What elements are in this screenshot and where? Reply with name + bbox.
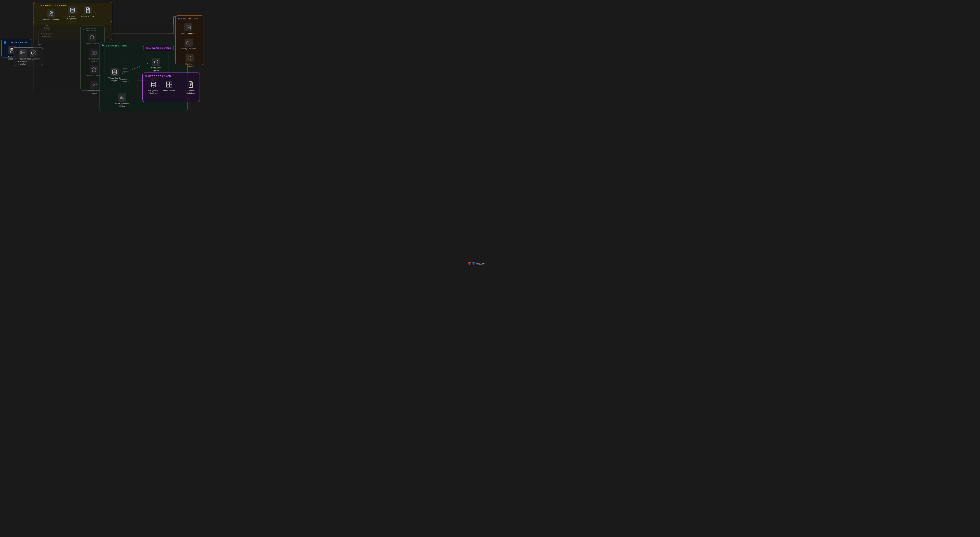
db-connection-icon <box>186 54 194 62</box>
server-icon <box>19 49 27 57</box>
svg-rect-66 <box>169 85 172 87</box>
star-icon: ☆ <box>35 4 38 7</box>
storage-icon: 🗄 <box>145 75 147 77</box>
svg-rect-63 <box>166 82 169 84</box>
watermark-text: eraber <box>476 262 485 265</box>
metadata-icon <box>186 80 195 89</box>
groq-cloud-api-node: GROQ Cloud API <box>181 38 196 50</box>
svg-text:-async-: -async- <box>123 80 129 83</box>
groq-cloud-api-label: GROQ Cloud API <box>181 48 196 50</box>
database-connection-label: Database Connection <box>181 63 198 68</box>
document-icon <box>84 6 92 14</box>
postgresql-node: PostgreSQL Database <box>145 80 162 94</box>
external-apis-layer: 🌐 EXTERNAL APIS Model Endpoints GROQ Clo… <box>175 15 204 65</box>
brain-icon <box>47 10 56 18</box>
logo-triangle-red <box>468 262 471 265</box>
svg-point-43 <box>21 53 22 54</box>
database-connection-node: Database Connection <box>181 54 198 68</box>
logo-triangle-blue <box>472 262 475 265</box>
user-icon: 👤 <box>3 41 6 44</box>
response-parser-label: Response Parser <box>81 15 95 18</box>
svg-rect-65 <box>166 85 169 87</box>
watermark-logo <box>468 262 475 265</box>
svg-text:-async-: -async- <box>123 70 129 72</box>
watermark: eraber <box>468 262 485 265</box>
diagram-container: ☆ GENERATION LAYER Mixtral-8x7b Model <box>0 0 490 268</box>
model-endpoints-label: Model Endpoints <box>181 32 196 35</box>
vector-indices-node: Vector Indices <box>163 80 175 92</box>
globe-icon: 🌐 <box>178 18 180 20</box>
svg-point-42 <box>21 51 22 52</box>
postgresql-label: PostgreSQL Database <box>145 89 162 94</box>
svg-point-71 <box>187 27 188 28</box>
svg-point-39 <box>11 49 13 51</box>
svg-rect-64 <box>169 82 172 84</box>
component-metadata-node: Component Metadata <box>182 80 199 94</box>
mixtral-label: Mixtral-8x7b Model <box>43 18 59 21</box>
vector-indices-icon <box>165 80 173 89</box>
mixtral-node: Mixtral-8x7b Model <box>43 10 59 21</box>
edit-icon <box>68 6 76 14</box>
response-parser-node: Response Parser <box>81 6 95 18</box>
vector-indices-label: Vector Indices <box>163 89 175 92</box>
storage-layer-label: 🗄 STORAGE LAYER <box>145 75 197 77</box>
external-apis-label: 🌐 EXTERNAL APIS <box>178 18 201 20</box>
client-layer-label: 👤 CLIENT LAYER <box>3 41 29 44</box>
cloud-icon <box>185 38 192 47</box>
postgresql-icon <box>150 80 158 89</box>
storage-layer: 🗄 STORAGE LAYER PostgreSQL Database <box>142 73 200 102</box>
svg-point-62 <box>151 82 156 84</box>
prompt-engineering-node: Prompt Engineering System <box>64 6 81 22</box>
model-endpoints-node: Model Endpoints <box>181 23 196 35</box>
component-metadata-label: Component Metadata <box>182 89 199 94</box>
endpoints-icon <box>184 23 192 32</box>
